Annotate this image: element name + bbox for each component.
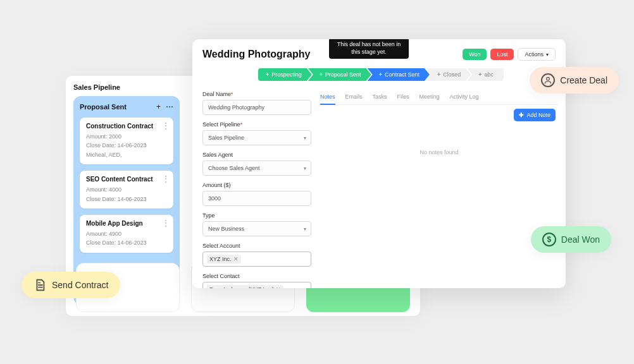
deal-card-name: Construction Contract bbox=[86, 123, 167, 130]
tab-tasks[interactable]: Tasks bbox=[373, 90, 387, 104]
add-note-button[interactable]: ✚Add Note bbox=[514, 109, 556, 121]
card-menu-icon[interactable]: ⋮ bbox=[162, 174, 170, 183]
stage-tooltip: This deal has not been in this stage yet… bbox=[329, 39, 409, 59]
deal-card-name: SEO Content Contract bbox=[86, 176, 167, 183]
send-contract-pill[interactable]: Send Contract bbox=[22, 272, 120, 298]
dollar-icon: $ bbox=[542, 233, 556, 246]
deal-name-input[interactable] bbox=[202, 100, 311, 115]
deal-card-amount: Amount: 4900 bbox=[86, 229, 167, 238]
deal-card-close: Close Date: 14-06-2023 bbox=[86, 238, 167, 247]
modal-title: Wedding Photography bbox=[202, 49, 310, 60]
create-deal-label: Create Deal bbox=[560, 75, 607, 85]
person-icon bbox=[541, 73, 555, 87]
deal-card-amount: Amount: 4000 bbox=[86, 185, 167, 194]
plus-icon: + bbox=[379, 71, 382, 78]
contact-label: Select Contact bbox=[202, 273, 311, 279]
deal-card[interactable]: ⋮ Construction Contract Amount: 2000 Clo… bbox=[80, 118, 173, 164]
stage-proposal-sent[interactable]: +Proposal Sent bbox=[308, 68, 371, 81]
type-select[interactable]: New Business bbox=[202, 221, 311, 236]
plus-icon: + bbox=[266, 71, 269, 78]
agent-label: Sales Agent bbox=[202, 152, 311, 158]
plus-icon: ✚ bbox=[519, 112, 524, 118]
tab-activity-log[interactable]: Activity Log bbox=[450, 90, 479, 104]
tab-files[interactable]: Files bbox=[397, 90, 409, 104]
stage-prospecting[interactable]: +Prospecting bbox=[258, 68, 312, 81]
type-label: Type bbox=[202, 212, 311, 219]
tab-emails[interactable]: Emails bbox=[345, 90, 363, 104]
contact-chip[interactable]: Pam Anderson (XYZ Inc.)✕ bbox=[207, 285, 283, 288]
deal-won-pill[interactable]: $ Deal Won bbox=[531, 226, 611, 253]
activity-panel: Notes Emails Tasks Files Meeting Activit… bbox=[314, 90, 558, 270]
pipeline-label: Select Pipeline* bbox=[202, 121, 311, 128]
svg-point-0 bbox=[547, 77, 550, 80]
amount-input[interactable] bbox=[202, 191, 311, 206]
deal-card-close: Close Date: 14-06-2023 bbox=[86, 141, 167, 150]
remove-chip-icon[interactable]: ✕ bbox=[233, 256, 239, 262]
deal-card[interactable]: ⋮ SEO Content Contract Amount: 4000 Clos… bbox=[80, 171, 173, 209]
plus-icon: + bbox=[320, 71, 323, 78]
modal-header: Wedding Photography Won Lost Actions▾ Th… bbox=[192, 39, 566, 61]
deal-card-amount: Amount: 2000 bbox=[86, 132, 167, 141]
plus-icon: + bbox=[437, 71, 440, 78]
column-title: Proposal Sent bbox=[80, 103, 127, 111]
stage-closed[interactable]: +Closed bbox=[426, 68, 471, 81]
won-button[interactable]: Won bbox=[463, 49, 487, 60]
tabs: Notes Emails Tasks Files Meeting Activit… bbox=[320, 90, 558, 105]
create-deal-pill[interactable]: Create Deal bbox=[530, 67, 619, 94]
account-input[interactable]: XYZ Inc.✕ bbox=[202, 252, 311, 267]
stage-abc[interactable]: +abc bbox=[467, 68, 504, 81]
stage-contract-sent[interactable]: +Contract Sent bbox=[368, 68, 430, 81]
remove-chip-icon[interactable]: ✕ bbox=[276, 286, 281, 288]
actions-button[interactable]: Actions▾ bbox=[518, 48, 556, 61]
account-chip[interactable]: XYZ Inc.✕ bbox=[207, 255, 241, 264]
deal-card-extra: Micheal, AED, bbox=[86, 150, 167, 159]
document-icon bbox=[33, 278, 47, 292]
pipeline-title: Sales Pipeline bbox=[73, 83, 120, 91]
card-menu-icon[interactable]: ⋮ bbox=[162, 121, 170, 130]
plus-icon: + bbox=[478, 71, 482, 78]
deal-won-label: Deal Won bbox=[561, 234, 600, 245]
deal-modal: Wedding Photography Won Lost Actions▾ Th… bbox=[192, 39, 566, 288]
notes-empty-label: No notes found bbox=[320, 149, 558, 155]
deal-form: Deal Name* Select Pipeline* Sales Pipeli… bbox=[200, 90, 314, 270]
amount-label: Amount ($) bbox=[202, 182, 311, 188]
deal-card-close: Close Date: 14-06-2023 bbox=[86, 195, 167, 203]
chevron-down-icon: ▾ bbox=[546, 52, 549, 58]
stage-row: +Prospecting +Proposal Sent +Contract Se… bbox=[192, 68, 566, 81]
column-menu-icon[interactable]: ⋯ bbox=[166, 102, 173, 111]
contact-input[interactable]: Pam Anderson (XYZ Inc.)✕ bbox=[202, 282, 311, 288]
card-menu-icon[interactable]: ⋮ bbox=[162, 219, 170, 228]
deal-card[interactable]: ⋮ Mobile App Design Amount: 4900 Close D… bbox=[80, 215, 173, 253]
add-card-icon[interactable]: + bbox=[156, 102, 161, 111]
pipeline-select[interactable]: Sales Pipeline bbox=[202, 130, 311, 145]
deal-name-label: Deal Name* bbox=[202, 91, 311, 97]
lost-button[interactable]: Lost bbox=[490, 49, 514, 60]
send-contract-label: Send Contract bbox=[52, 280, 109, 290]
account-label: Select Account bbox=[202, 243, 311, 249]
tab-meeting[interactable]: Meeting bbox=[420, 90, 440, 104]
tab-notes[interactable]: Notes bbox=[320, 90, 335, 105]
agent-select[interactable]: Choose Sales Agent bbox=[202, 161, 311, 176]
deal-card-name: Mobile App Design bbox=[86, 220, 167, 227]
